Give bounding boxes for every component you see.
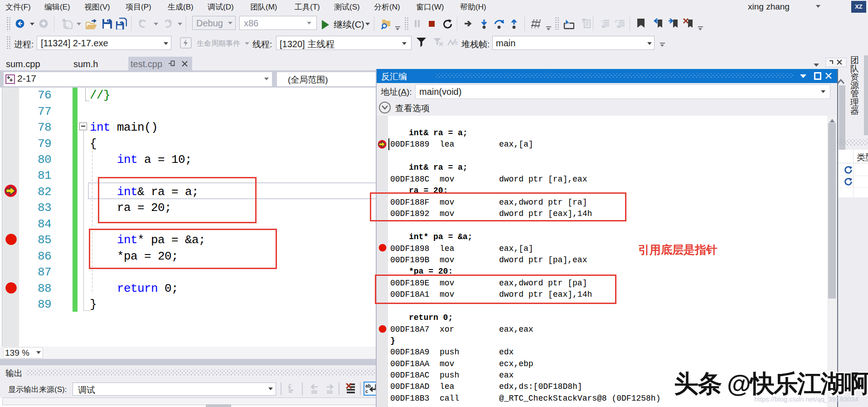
svg-text:ab: ab: [365, 383, 371, 388]
svg-text:c: c: [365, 388, 368, 394]
